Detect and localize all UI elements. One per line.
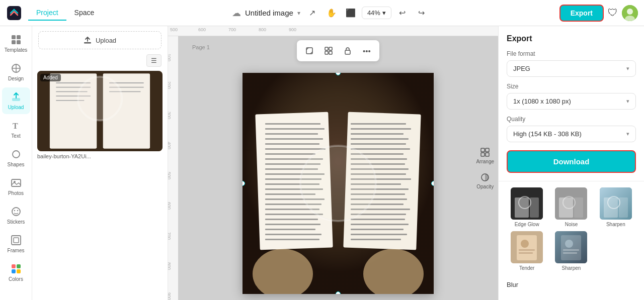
svg-point-16 xyxy=(17,210,18,211)
svg-rect-43 xyxy=(168,36,178,300)
sidebar-item-colors[interactable]: Colors xyxy=(2,259,30,286)
filter-item-edge-glow[interactable]: Edge Glow xyxy=(507,187,547,227)
frame-tool-btn[interactable]: ⬛ xyxy=(343,5,359,21)
file-format-label: File format xyxy=(507,50,636,57)
svg-rect-6 xyxy=(12,40,16,44)
size-select[interactable]: 1x (1080 x 1080 px) ▾ xyxy=(507,93,636,110)
download-button[interactable]: Download xyxy=(507,150,636,173)
shield-icon[interactable]: 🛡 xyxy=(608,7,618,19)
sidebar-item-colors-label: Colors xyxy=(9,276,23,282)
filter-thumb-sharpen2 xyxy=(555,231,587,263)
filter-item-noise[interactable]: Noise xyxy=(551,187,591,227)
arrange-label: Arrange xyxy=(476,159,494,164)
svg-rect-37 xyxy=(168,26,498,35)
zoom-control[interactable]: 44% ▾ xyxy=(362,7,391,19)
svg-text:800: 800 xyxy=(168,262,172,270)
svg-rect-122 xyxy=(530,197,539,218)
upload-btn-label: Upload xyxy=(96,37,116,44)
canvas-more-btn[interactable]: ••• xyxy=(358,42,375,59)
canvas-viewport[interactable]: ••• Page 1 xyxy=(178,36,498,300)
tab-project[interactable]: Project xyxy=(28,6,66,21)
filter-sharpen-label: Sharpen xyxy=(606,222,625,227)
size-value: 1x (1080 x 1080 px) xyxy=(513,97,571,105)
app-logo[interactable] xyxy=(6,5,22,21)
sidebar-item-text[interactable]: T Text xyxy=(2,116,30,143)
page-label: Page 1 xyxy=(192,44,210,50)
title-dropdown-icon[interactable]: ▾ xyxy=(297,10,300,17)
view-toggle: ☰ xyxy=(38,54,162,67)
select-tool-btn[interactable]: ↗ xyxy=(304,5,320,21)
sidebar-item-upload[interactable]: Upload xyxy=(2,87,30,114)
sidebar-item-design[interactable]: Design xyxy=(2,59,30,85)
svg-rect-111 xyxy=(351,234,407,235)
arrange-icon xyxy=(480,147,490,157)
sidebar-item-frames[interactable]: Frames xyxy=(2,231,30,257)
left-sidebar: Templates Design Upload T Text Shapes Ph… xyxy=(0,26,32,300)
file-format-value: JPEG xyxy=(513,65,530,72)
ruler-side: 100 200 300 400 500 600 700 800 900 xyxy=(168,36,178,300)
ruler-top: 500 600 700 800 900 xyxy=(168,26,498,36)
list-view-btn[interactable]: ☰ xyxy=(146,54,162,67)
svg-rect-84 xyxy=(265,224,320,225)
filter-item-tender[interactable]: Tender xyxy=(507,231,547,271)
svg-rect-118 xyxy=(486,153,489,156)
svg-text:200: 200 xyxy=(168,81,172,89)
filter-thumb-tender xyxy=(511,231,543,263)
sidebar-item-stickers[interactable]: Stickers xyxy=(2,202,30,229)
svg-rect-112 xyxy=(351,239,401,240)
filter-item-sharpen2[interactable]: Sharpen xyxy=(551,231,591,271)
tab-space[interactable]: Space xyxy=(66,6,103,21)
canvas-resize-btn[interactable] xyxy=(301,42,318,59)
canvas-grid-btn[interactable] xyxy=(320,42,337,59)
sidebar-item-photos[interactable]: Photos xyxy=(2,173,30,200)
undo-btn[interactable]: ↩ xyxy=(394,5,411,21)
svg-rect-55 xyxy=(329,47,332,50)
svg-rect-19 xyxy=(12,264,16,268)
filter-section: Edge Glow Noise Sharpen xyxy=(499,181,644,277)
upload-button[interactable]: Upload xyxy=(38,31,162,49)
asset-thumb-image xyxy=(37,71,163,151)
sidebar-item-templates-label: Templates xyxy=(5,47,28,53)
export-button[interactable]: Export xyxy=(559,5,604,22)
document-title[interactable]: Untitled image xyxy=(245,9,293,17)
canvas-with-rulers: 500 600 700 800 900 100 200 300 400 xyxy=(168,26,498,300)
file-format-select[interactable]: JPEG ▾ xyxy=(507,60,636,77)
svg-rect-64 xyxy=(265,123,320,125)
svg-text:600: 600 xyxy=(198,27,206,32)
svg-point-36 xyxy=(78,77,122,121)
svg-point-14 xyxy=(12,208,20,216)
canvas-handle-bottom[interactable] xyxy=(336,291,341,294)
opacity-tool[interactable]: Opacity xyxy=(476,172,494,189)
asset-item[interactable]: Added bailey-burton-YA2Ui... xyxy=(37,71,163,159)
svg-rect-18 xyxy=(14,238,19,243)
canvas-page[interactable] xyxy=(243,73,434,294)
svg-text:700: 700 xyxy=(228,27,236,32)
filter-item-sharpen[interactable]: Sharpen xyxy=(596,187,636,227)
zoom-value: 44% xyxy=(367,9,380,17)
quality-label: Quality xyxy=(507,116,636,123)
sidebar-item-shapes[interactable]: Shapes xyxy=(2,145,30,171)
svg-rect-54 xyxy=(325,47,328,50)
svg-text:T: T xyxy=(13,122,18,130)
asset-grid: Added bailey-burton-YA2Ui... xyxy=(32,71,168,161)
filter-thumb-noise xyxy=(555,187,587,220)
svg-rect-68 xyxy=(265,143,319,145)
svg-rect-90 xyxy=(351,128,411,130)
svg-rect-87 xyxy=(265,239,319,240)
file-format-arrow-icon: ▾ xyxy=(626,65,629,72)
canvas-lock-btn[interactable] xyxy=(339,42,356,59)
svg-rect-66 xyxy=(265,133,318,135)
redo-btn[interactable]: ↪ xyxy=(414,5,430,21)
svg-rect-21 xyxy=(12,269,16,273)
opacity-icon xyxy=(480,172,490,182)
avatar[interactable] xyxy=(622,5,638,21)
svg-point-11 xyxy=(13,151,20,158)
canvas-toolbar: ••• xyxy=(297,40,379,61)
hand-tool-btn[interactable]: ✋ xyxy=(324,5,340,21)
quality-select[interactable]: High (154 KB - 308 KB) ▾ xyxy=(507,126,636,142)
sidebar-item-design-label: Design xyxy=(8,76,24,81)
arrange-tool[interactable]: Arrange xyxy=(476,147,494,164)
svg-text:500: 500 xyxy=(168,172,172,179)
canvas-handle-right[interactable] xyxy=(431,181,434,186)
sidebar-item-templates[interactable]: Templates xyxy=(2,30,30,57)
